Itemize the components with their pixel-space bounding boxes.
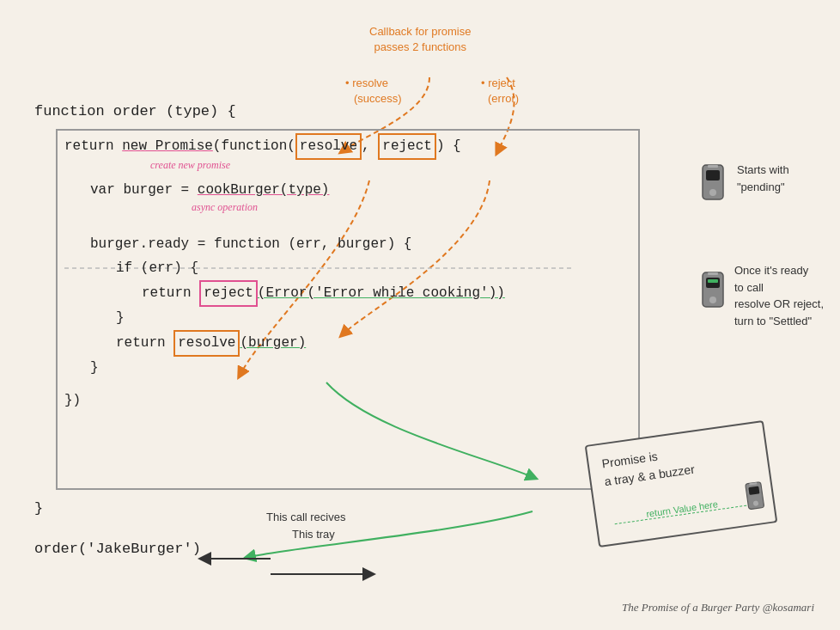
pager-settled-container bbox=[699, 271, 727, 316]
svg-rect-13 bbox=[748, 486, 759, 495]
comma: , bbox=[362, 138, 378, 154]
pager-pending-container bbox=[699, 163, 727, 209]
callback-line1: Callback for promise bbox=[369, 25, 472, 38]
reject-annotation: • reject (error) bbox=[481, 76, 519, 107]
resolve-call-box: resolve bbox=[173, 330, 240, 357]
pager-card-icon bbox=[743, 480, 768, 514]
settled-text: Once it's readyto callresolve OR reject,… bbox=[734, 264, 824, 327]
reject-call-box: reject bbox=[199, 280, 258, 307]
code-line-2: var burger = cookBurger(type) bbox=[64, 179, 505, 202]
svg-point-10 bbox=[709, 297, 716, 303]
promise-card-text: Promise is a tray & a buzzer bbox=[600, 443, 696, 491]
code-line-3: burger.ready = function (err, burger) { bbox=[64, 233, 505, 256]
reject-label: • reject bbox=[481, 76, 515, 89]
this-call-annotation: This call recives This tray bbox=[266, 509, 345, 542]
call-line: order('JakeBurger') bbox=[34, 541, 201, 557]
return-resolve-prefix: return bbox=[116, 335, 173, 351]
pager-pending-icon bbox=[699, 163, 727, 205]
resolve-label: • resolve bbox=[345, 76, 388, 89]
svg-rect-6 bbox=[708, 165, 718, 168]
svg-rect-9 bbox=[708, 279, 718, 283]
close-if-brace: } bbox=[116, 310, 125, 326]
svg-rect-4 bbox=[706, 170, 720, 180]
code-content: return new Promise(function(resolve, rej… bbox=[64, 133, 505, 413]
svg-rect-11 bbox=[708, 272, 718, 275]
resolve-annotation: • resolve (success) bbox=[345, 76, 402, 107]
function-keyword: (function( bbox=[213, 138, 295, 154]
return-reject-prefix: return bbox=[142, 285, 199, 301]
close-function-brace: } bbox=[34, 500, 43, 517]
pager-settled-icon bbox=[699, 271, 727, 312]
reject-call-args: (Error('Error while cooking')) bbox=[258, 285, 505, 301]
code-line-9: }) bbox=[64, 389, 505, 413]
callback-annotation: Callback for promise passes 2 functions bbox=[369, 24, 472, 55]
tray-label-text: return Value here bbox=[646, 498, 719, 519]
annotation-async: async operation bbox=[192, 199, 258, 216]
call-text-content: order('JakeBurger') bbox=[34, 541, 201, 557]
paren-close: ) { bbox=[436, 138, 461, 154]
close-ready-brace: } bbox=[90, 360, 99, 376]
main-container: function order (type) { return new Promi… bbox=[0, 0, 840, 630]
annotation-create-promise: create new promise bbox=[150, 156, 230, 174]
code-line-6: } bbox=[64, 307, 505, 330]
code-line-7: return resolve(burger) bbox=[64, 330, 505, 357]
close-promise-text: }) bbox=[64, 393, 81, 408]
code-line-1: return new Promise(function(resolve, rej… bbox=[64, 133, 505, 160]
reject-param: reject bbox=[378, 133, 436, 160]
pager-settled-annotation: Once it's readyto callresolve OR reject,… bbox=[734, 262, 836, 329]
function-line-text: function order (type) { bbox=[34, 103, 236, 119]
footer: The Promise of a Burger Party @kosamari bbox=[622, 601, 814, 615]
if-err-text: if (err) { bbox=[116, 260, 198, 276]
tray-label: return Value here bbox=[613, 494, 751, 524]
callback-line2: passes 2 functions bbox=[374, 40, 466, 53]
burger-ready-text: burger.ready = function (err, burger) { bbox=[90, 236, 411, 252]
code-line-8: } bbox=[64, 357, 505, 380]
code-line-5: return reject(Error('Error while cooking… bbox=[64, 280, 505, 307]
pager-pending-annotation: Starts with "pending" bbox=[737, 162, 823, 195]
resolve-param: resolve bbox=[295, 133, 362, 160]
reject-sub: (error) bbox=[488, 92, 519, 105]
pager-in-card bbox=[743, 480, 768, 518]
pending-text: Starts with "pending" bbox=[737, 163, 789, 193]
svg-point-5 bbox=[709, 189, 716, 196]
function-outer-line: function order (type) { bbox=[34, 103, 236, 119]
cook-burger-call: cookBurger(type) bbox=[198, 182, 330, 198]
footer-text: The Promise of a Burger Party @kosamari bbox=[622, 601, 814, 614]
code-line-4: if (err) { bbox=[64, 257, 505, 280]
var-keyword: var burger = bbox=[90, 182, 198, 198]
resolve-sub: (success) bbox=[354, 92, 402, 105]
return-keyword: return bbox=[64, 138, 122, 154]
resolve-call-args: (burger) bbox=[240, 335, 306, 351]
this-call-line2: This tray bbox=[292, 528, 335, 541]
new-promise-text: new Promise bbox=[122, 138, 213, 154]
this-call-line1: This call recives bbox=[266, 511, 345, 523]
